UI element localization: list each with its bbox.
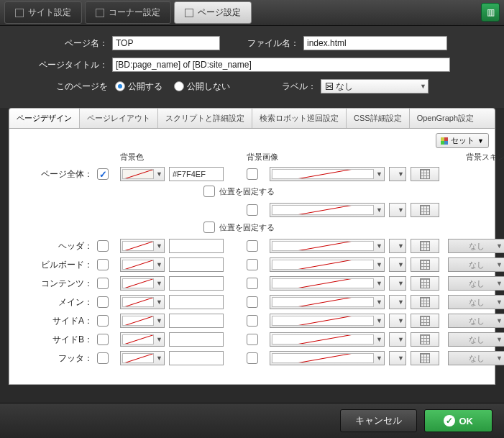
bgcolor-enable-checkbox[interactable] (97, 240, 109, 252)
skin-none-select[interactable]: なし▼ (448, 239, 504, 253)
label-select[interactable]: なし▼ (321, 79, 429, 93)
panel-icon (15, 9, 24, 17)
bgimage-repeat-select[interactable]: ▼ (389, 332, 406, 347)
file-name-input[interactable] (303, 36, 447, 50)
bgimage-repeat-select[interactable]: ▼ (389, 314, 406, 328)
bgimage-enable-checkbox[interactable] (247, 240, 258, 252)
bgimage-select[interactable]: ▼ (270, 167, 385, 181)
subtab-css-advanced[interactable]: CSS詳細設定 (347, 109, 410, 128)
bgcolor-enable-checkbox[interactable] (97, 278, 109, 289)
field-area: ページ名： ファイル名： ページタイトル： このページを 公開する 公開しない … (0, 26, 504, 108)
bgcolor-enable-checkbox[interactable] (97, 259, 109, 270)
bgcolor-hex-input[interactable] (169, 332, 224, 347)
bgskin-button[interactable] (411, 351, 439, 365)
bgimage-select[interactable]: ▼ (270, 295, 385, 309)
skin-none-select[interactable]: なし▼ (448, 332, 504, 347)
bgimage-select[interactable]: ▼ (270, 239, 385, 253)
bgcolor-swatch[interactable]: ▼ (120, 276, 165, 291)
fix-position-row-1: 位置を固定する (203, 186, 483, 197)
bgskin-button[interactable] (411, 314, 439, 328)
bgskin-button[interactable] (411, 239, 439, 253)
bgimage-repeat-select[interactable]: ▼ (389, 257, 406, 272)
row-billboard: ビルボード：▼▼▼なし▼ (21, 257, 483, 272)
panel-icon (185, 9, 193, 17)
bgcolor-hex-input[interactable] (169, 257, 224, 272)
fix-position-checkbox[interactable] (203, 222, 215, 233)
bgcolor-swatch[interactable]: ▼ (120, 351, 165, 365)
bgcolor-hex-input[interactable] (169, 276, 224, 291)
bgskin-button[interactable] (411, 295, 439, 309)
bgcolor-swatch[interactable]: ▼ (120, 295, 165, 309)
skin-none-select[interactable]: なし▼ (448, 295, 504, 309)
subtab-robot[interactable]: 検索ロボット巡回設定 (252, 109, 347, 128)
tab-site-settings[interactable]: サイト設定 (4, 1, 82, 24)
page-title-input[interactable] (112, 58, 450, 72)
bgcolor-swatch[interactable]: ▼ (120, 332, 165, 347)
bgcolor-enable-checkbox[interactable] (97, 168, 109, 180)
bgcolor-hex-input[interactable] (169, 295, 224, 309)
help-button[interactable]: ▥ (481, 3, 500, 22)
subtab-script-advanced[interactable]: スクリプトと詳細設定 (158, 109, 252, 128)
bgskin-button[interactable] (411, 276, 439, 291)
publish-off-radio[interactable]: 公開しない (174, 81, 230, 93)
chevron-down-icon: ▼ (376, 261, 382, 268)
bgimage-select[interactable]: ▼ (270, 314, 385, 328)
bgskin-button[interactable] (411, 257, 439, 272)
publish-on-radio[interactable]: 公開する (115, 81, 162, 93)
chevron-down-icon: ▼ (496, 298, 503, 306)
bgimage-select[interactable]: ▼ (270, 257, 385, 272)
bgcolor-hex-input[interactable] (169, 239, 224, 253)
ok-button[interactable]: OK (424, 409, 493, 432)
bgcolor-enable-checkbox[interactable] (97, 296, 109, 308)
bgimage-enable-checkbox[interactable] (247, 168, 258, 180)
bgimage-repeat-select[interactable]: ▼ (389, 167, 406, 181)
bgimage-repeat-select[interactable]: ▼ (389, 203, 406, 217)
bgcolor-enable-checkbox[interactable] (97, 315, 109, 327)
subtab-opengraph[interactable]: OpenGraph設定 (410, 109, 481, 128)
set-button[interactable]: セット▼ (436, 133, 489, 148)
bgimage-enable-checkbox[interactable] (247, 352, 258, 364)
bgimage-repeat-select[interactable]: ▼ (389, 351, 406, 365)
bgcolor-swatch[interactable]: ▼ (120, 314, 165, 328)
bgcolor-swatch[interactable]: ▼ (120, 167, 165, 181)
page-name-input[interactable] (112, 36, 220, 50)
subtab-page-design[interactable]: ページデザイン (9, 109, 80, 128)
bgskin-button[interactable] (411, 203, 439, 217)
skin-none-select[interactable]: なし▼ (448, 314, 504, 328)
skin-none-select[interactable]: なし▼ (448, 257, 504, 272)
bgcolor-swatch[interactable]: ▼ (120, 257, 165, 272)
bgimage-enable-checkbox[interactable] (247, 296, 258, 308)
bgcolor-hex-input[interactable] (169, 351, 224, 365)
bgimage-enable-checkbox[interactable] (247, 278, 258, 289)
col-bgskin: 背景スキン (411, 152, 504, 163)
subtab-page-layout[interactable]: ページレイアウト (80, 109, 158, 128)
bgimage-enable-checkbox[interactable] (247, 204, 258, 216)
bgimage-repeat-select[interactable]: ▼ (389, 239, 406, 253)
publish-label: このページを (14, 81, 108, 93)
bgcolor-hex-input[interactable] (169, 314, 224, 328)
bgimage-select[interactable]: ▼ (270, 203, 385, 217)
bgcolor-swatch[interactable]: ▼ (120, 239, 165, 253)
bgimage-enable-checkbox[interactable] (247, 259, 258, 270)
bgimage-select[interactable]: ▼ (270, 276, 385, 291)
chevron-down-icon: ▼ (496, 261, 503, 268)
cancel-button[interactable]: キャンセル (340, 409, 417, 432)
bgimage-repeat-select[interactable]: ▼ (389, 276, 406, 291)
skin-none-select[interactable]: なし▼ (448, 276, 504, 291)
bgcolor-hex-input[interactable] (169, 167, 224, 181)
none-icon (326, 83, 333, 90)
tab-corner-settings[interactable]: コーナー設定 (85, 1, 171, 24)
bgskin-button[interactable] (411, 167, 439, 181)
fix-position-checkbox[interactable] (203, 186, 215, 197)
tab-page-settings[interactable]: ページ設定 (174, 1, 252, 24)
bgimage-select[interactable]: ▼ (270, 332, 385, 347)
bgcolor-enable-checkbox[interactable] (97, 352, 109, 364)
row-page-whole-2: ▼ ▼ (21, 203, 483, 217)
bgimage-enable-checkbox[interactable] (247, 334, 258, 345)
bgimage-enable-checkbox[interactable] (247, 315, 258, 327)
bgimage-repeat-select[interactable]: ▼ (389, 295, 406, 309)
bgimage-select[interactable]: ▼ (270, 351, 385, 365)
bgcolor-enable-checkbox[interactable] (97, 334, 109, 345)
bgskin-button[interactable] (411, 332, 439, 347)
skin-none-select[interactable]: なし▼ (448, 351, 504, 365)
